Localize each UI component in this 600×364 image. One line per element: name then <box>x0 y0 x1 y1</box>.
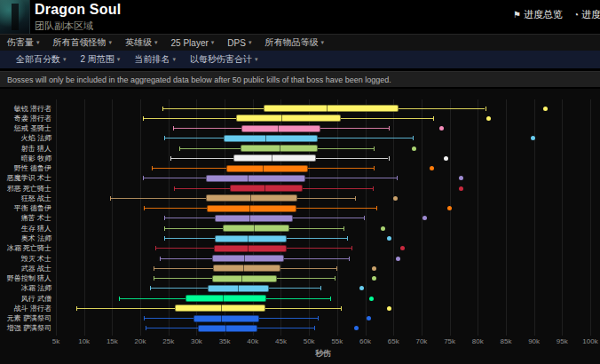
metric-filter[interactable]: 伤害量▾ <box>7 36 40 49</box>
box-rogue[interactable] <box>264 105 399 112</box>
outlier-dot[interactable] <box>543 107 548 111</box>
spec-label-druid[interactable]: 野性 德鲁伊 <box>0 164 51 172</box>
spec-label-warrior[interactable]: 狂怒 战士 <box>0 194 51 202</box>
spec-label-warlock[interactable]: 痛苦 术士 <box>0 214 51 222</box>
spec-label-druid[interactable]: 平衡 德鲁伊 <box>0 204 51 212</box>
outlier-dot[interactable] <box>422 216 427 220</box>
box-warlock[interactable] <box>212 255 283 262</box>
ranking-type-filter[interactable]: 当前排名▾ <box>134 53 176 66</box>
outlier-dot[interactable] <box>367 316 371 320</box>
x-tick-label: 80k <box>462 337 493 345</box>
spec-label-mage[interactable]: 奥术 法师 <box>0 234 51 242</box>
box-warrior[interactable] <box>213 265 280 272</box>
outlier-dot[interactable] <box>459 186 463 191</box>
raid-size-filter[interactable]: 25 Player▾ <box>171 38 215 48</box>
outlier-dot[interactable] <box>387 306 391 311</box>
box-mage[interactable] <box>224 135 318 142</box>
outlier-dot[interactable] <box>393 196 398 201</box>
spec-label-hunter[interactable]: 生存 猎人 <box>0 225 51 233</box>
whisker-cap-low <box>143 176 144 180</box>
outlier-dot[interactable] <box>381 226 385 231</box>
spec-label-deathknight[interactable]: 冰霜 死亡骑士 <box>0 244 51 252</box>
spec-label-warlock[interactable]: 毁灭 术士 <box>0 255 51 263</box>
median-line <box>263 165 264 172</box>
spec-label-rogue[interactable]: 敏锐 潜行者 <box>0 105 51 113</box>
spec-label-mage[interactable]: 火焰 法师 <box>0 134 51 142</box>
outlier-dot[interactable] <box>369 297 374 301</box>
whisker-cap-low <box>119 297 120 301</box>
outlier-dot[interactable] <box>430 166 434 170</box>
spec-label-monk[interactable]: 风行 武僧 <box>0 295 51 303</box>
raid-size-filter-label: 25 Player <box>171 38 209 48</box>
chevron-down-icon: ▾ <box>36 39 40 46</box>
spec-label-hunter[interactable]: 射击 猎人 <box>0 145 51 153</box>
box-hunter[interactable] <box>212 275 277 282</box>
grid-line <box>562 99 563 336</box>
box-druid[interactable] <box>207 205 296 212</box>
box-deathknight[interactable] <box>214 245 287 252</box>
spec-label-priest[interactable]: 暗影 牧师 <box>0 154 51 162</box>
box-mage[interactable] <box>215 235 286 242</box>
box-warlock[interactable] <box>206 175 305 182</box>
chevron-down-icon: ▾ <box>109 39 113 46</box>
outlier-dot[interactable] <box>400 246 405 250</box>
box-shaman[interactable] <box>198 325 257 332</box>
whisker-cap-low <box>150 286 151 290</box>
chevron-down-icon: ▾ <box>172 56 176 63</box>
outlier-dot[interactable] <box>486 116 491 121</box>
whisker-cap-high <box>389 126 390 131</box>
zone-thumbnail[interactable] <box>0 0 30 34</box>
spec-label-mage[interactable]: 冰霜 法师 <box>0 284 51 292</box>
spec-label-shaman[interactable]: 增强 萨满祭司 <box>0 324 51 332</box>
box-warlock[interactable] <box>215 215 292 222</box>
progress-link-clipped[interactable]: ◔进度 <box>573 8 600 21</box>
box-hunter[interactable] <box>223 225 289 232</box>
whisker-cap-low <box>144 316 145 320</box>
boss-filter[interactable]: 所有首领怪物▾ <box>53 36 113 49</box>
whisker-cap-low <box>164 236 165 241</box>
spec-label-shaman[interactable]: 元素 萨满祭司 <box>0 314 51 322</box>
role-filter-label: DPS <box>227 38 246 48</box>
median-line <box>221 305 222 312</box>
box-monk[interactable] <box>186 295 266 302</box>
outlier-dot[interactable] <box>396 257 400 261</box>
date-range-filter[interactable]: 2 周范围▾ <box>81 53 121 66</box>
spec-label-rogue[interactable]: 战斗 潜行者 <box>0 305 51 313</box>
x-tick-label: 25k <box>154 337 184 345</box>
outlier-dot[interactable] <box>447 206 452 210</box>
spec-label-warrior[interactable]: 武器 战士 <box>0 265 51 273</box>
box-warrior[interactable] <box>206 194 297 202</box>
box-paladin[interactable] <box>241 125 320 132</box>
spec-label-hunter[interactable]: 野兽控制 猎人 <box>0 274 51 282</box>
outlier-dot[interactable] <box>359 286 364 290</box>
outlier-dot[interactable] <box>412 146 416 151</box>
grid-line <box>112 99 113 336</box>
x-tick-label: 45k <box>265 337 296 345</box>
outlier-dot[interactable] <box>354 326 359 330</box>
spec-label-deathknight[interactable]: 邪恶 死亡骑士 <box>0 185 51 193</box>
outlier-dot[interactable] <box>372 276 376 281</box>
whisker-cap-high <box>373 186 374 191</box>
outlier-dot[interactable] <box>387 236 391 241</box>
chevron-down-icon: ▾ <box>320 39 324 46</box>
outlier-dot[interactable] <box>372 266 376 271</box>
spec-label-rogue[interactable]: 奇袭 潜行者 <box>0 115 51 123</box>
outlier-dot[interactable] <box>444 156 448 161</box>
item-level-filter[interactable]: 所有物品等级▾ <box>264 36 324 49</box>
role-filter[interactable]: DPS▾ <box>227 38 251 48</box>
progress-overview-link[interactable]: ⚑进度总览 <box>513 8 563 21</box>
box-rogue[interactable] <box>236 115 341 122</box>
spec-label-paladin[interactable]: 惩戒 圣骑士 <box>0 124 51 132</box>
spec-label-warlock[interactable]: 恶魔学识 术士 <box>0 174 51 182</box>
aggregation-filter[interactable]: 以每秒伤害合计▾ <box>190 53 258 66</box>
box-shaman[interactable] <box>193 315 259 322</box>
box-deathknight[interactable] <box>230 185 303 192</box>
difficulty-filter[interactable]: 英雄级▾ <box>125 36 158 49</box>
box-priest[interactable] <box>233 154 316 162</box>
box-druid[interactable] <box>226 165 308 172</box>
percentile-filter[interactable]: 全部百分数▾ <box>16 53 67 66</box>
outlier-dot[interactable] <box>439 126 444 131</box>
whisker-cap-high <box>433 116 434 121</box>
outlier-dot[interactable] <box>459 176 463 180</box>
whisker-cap-low <box>170 156 171 161</box>
